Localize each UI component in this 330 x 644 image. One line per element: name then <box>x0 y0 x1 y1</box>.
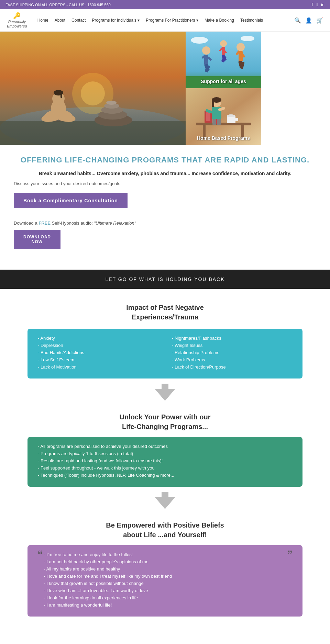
arrow-1 <box>28 382 302 405</box>
nav-home[interactable]: Home <box>37 18 48 23</box>
nav-booking[interactable]: Make a Booking <box>205 18 234 23</box>
svg-rect-46 <box>206 112 210 121</box>
impact-col-right: - Nightmares/Flashbacks - Weight Issues … <box>172 336 292 372</box>
impact-item-7: - Weight Issues <box>172 343 292 348</box>
impact-item-1: - Anxiety <box>38 336 158 341</box>
free-download-text: Download a FREE Self-Hypnosis audio: "Ul… <box>14 221 316 226</box>
hero-section: Support for all ages <box>0 32 330 145</box>
nav-programs-practitioners[interactable]: Programs For Practitioners ▾ <box>146 18 198 23</box>
meditation-svg <box>0 32 186 145</box>
svg-point-27 <box>220 40 227 47</box>
logo[interactable]: 🔑 PersonallyEmpowered <box>7 12 27 29</box>
impact-item-4: - Low Self-Esteem <box>38 357 158 362</box>
svg-rect-57 <box>212 119 216 125</box>
logo-text: PersonallyEmpowered <box>7 20 27 29</box>
impact-item-10: - Lack of Direction/Purpose <box>172 364 292 370</box>
svg-point-9 <box>106 101 117 105</box>
audio-title: "Ultimate Relaxation" <box>94 221 136 226</box>
unlock-item-4: - Feel supported throughout - we walk th… <box>38 465 292 471</box>
impact-item-6: - Nightmares/Flashbacks <box>172 336 292 341</box>
svg-point-33 <box>236 43 245 51</box>
top-bar: FAST SHIPPING ON ALL ORDERS - CALL US : … <box>0 0 330 9</box>
nav-links: Home About Contact Programs for Individu… <box>37 18 294 23</box>
svg-rect-2 <box>0 121 186 145</box>
holding-back-banner: LET GO OF WHAT IS HOLDING YOU BACK <box>0 270 330 289</box>
banner-text: LET GO OF WHAT IS HOLDING YOU BACK <box>105 276 224 282</box>
nav-icons: 🔍 👤 🛒 <box>294 17 323 24</box>
main-content: OFFERING LIFE-CHANGING PROGRAMS THAT ARE… <box>0 145 330 259</box>
empower-item-3: - All my habits are positive and healthy <box>44 566 286 572</box>
empower-item-7: - I look for the learnings in all experi… <box>44 595 286 600</box>
main-title: OFFERING LIFE-CHANGING PROGRAMS THAT ARE… <box>14 155 316 165</box>
impact-item-8: - Relationship Problems <box>172 350 292 355</box>
svg-marker-60 <box>155 492 175 509</box>
impact-item-5: - Lack of Motivation <box>38 364 158 370</box>
unlock-title: Unlock Your Power with ourLife-Changing … <box>28 412 302 431</box>
main-subtitle: Break unwanted habits... Overcome anxiet… <box>14 171 316 176</box>
twitter-icon[interactable]: 𝕥 <box>316 2 318 7</box>
svg-point-49 <box>227 114 235 117</box>
consultation-button[interactable]: Book a Complimentary Consultation <box>14 193 128 208</box>
empower-item-4: - I love and care for me and I treat mys… <box>44 574 286 579</box>
unlock-item-1: - All programs are personalised to achie… <box>38 444 292 449</box>
unlock-item-3: - Results are rapid and lasting (and we … <box>38 458 292 463</box>
home-programs-text: Home Based Programs <box>186 135 261 141</box>
unlock-item-5: - Techniques ('Tools') include Hypnosis,… <box>38 473 292 478</box>
hero-left-image <box>0 32 186 145</box>
svg-point-4 <box>81 81 105 105</box>
empower-box: “ - I'm free to be me and enjoy life to … <box>28 545 302 617</box>
navbar: 🔑 PersonallyEmpowered Home About Contact… <box>0 9 330 32</box>
arrow-2 <box>28 490 302 513</box>
unlock-box: - All programs are personalised to achie… <box>28 437 302 487</box>
free-label: FREE <box>38 221 51 226</box>
hero-support-ages[interactable]: Support for all ages <box>186 32 261 88</box>
search-icon[interactable]: 🔍 <box>294 17 301 24</box>
empower-item-8: - I am manifesting a wonderful life! <box>44 602 286 608</box>
nav-contact[interactable]: Contact <box>72 18 86 23</box>
nav-about[interactable]: About <box>55 18 65 23</box>
impact-col-left: - Anxiety - Depression - Bad Habits/Addi… <box>38 336 158 372</box>
facebook-icon[interactable]: 𝕗 <box>311 2 314 7</box>
empower-item-2: - I am not held back by other people's o… <box>44 559 286 564</box>
shipping-text: FAST SHIPPING ON ALL ORDERS - CALL US : … <box>6 3 111 7</box>
impact-item-2: - Depression <box>38 343 158 348</box>
empower-item-5: - I know that growth is not possible wit… <box>44 581 286 586</box>
download-button[interactable]: DOWNLOADNOW <box>14 230 60 249</box>
svg-rect-42 <box>196 123 251 125</box>
linkedin-icon[interactable]: in <box>321 2 324 7</box>
impact-title: Impact of Past NegativeExperiences/Traum… <box>28 303 302 322</box>
hero-right-panels: Support for all ages <box>186 32 261 145</box>
nav-programs-individuals[interactable]: Programs for Individuals ▾ <box>92 18 140 23</box>
logo-icon: 🔑 <box>13 12 21 20</box>
audio-text: Self-Hypnosis audio: <box>52 221 93 226</box>
impact-item-9: - Work Problems <box>172 357 292 362</box>
social-links: 𝕗 𝕥 in <box>311 2 324 7</box>
empower-title: Be Empowered with Positive Beliefsabout … <box>28 520 302 540</box>
svg-point-40 <box>241 36 254 41</box>
unlock-item-2: - Programs are typically 1 to 6 sessions… <box>38 451 292 456</box>
open-quote: “ <box>38 552 42 559</box>
nav-testimonials[interactable]: Testimonials <box>240 18 263 23</box>
cart-icon[interactable]: 🛒 <box>316 17 323 24</box>
svg-rect-50 <box>235 118 238 121</box>
diagram-section: Impact of Past NegativeExperiences/Traum… <box>0 289 330 634</box>
svg-point-21 <box>202 46 210 55</box>
svg-rect-16 <box>60 92 62 98</box>
svg-rect-58 <box>217 119 221 125</box>
svg-rect-34 <box>239 51 243 61</box>
empower-items: - I'm free to be me and enjoy life to th… <box>44 552 286 610</box>
close-quote: ” <box>288 552 292 559</box>
support-ages-text: Support for all ages <box>186 79 261 84</box>
impact-item-3: - Bad Habits/Addictions <box>38 350 158 355</box>
download-text: Download a <box>14 221 37 226</box>
goals-desc: Discuss your issues and your desired out… <box>14 181 316 186</box>
hero-home-programs[interactable]: Home Based Programs <box>186 88 261 145</box>
empower-item-6: - I love who I am...I am loveable...I am… <box>44 588 286 593</box>
svg-point-39 <box>191 37 208 44</box>
svg-marker-59 <box>155 384 175 401</box>
impact-box: - Anxiety - Depression - Bad Habits/Addi… <box>28 329 302 379</box>
empower-item-1: - I'm free to be me and enjoy life to th… <box>44 552 286 557</box>
impact-content: - Anxiety - Depression - Bad Habits/Addi… <box>38 336 292 372</box>
user-icon[interactable]: 👤 <box>305 17 312 24</box>
